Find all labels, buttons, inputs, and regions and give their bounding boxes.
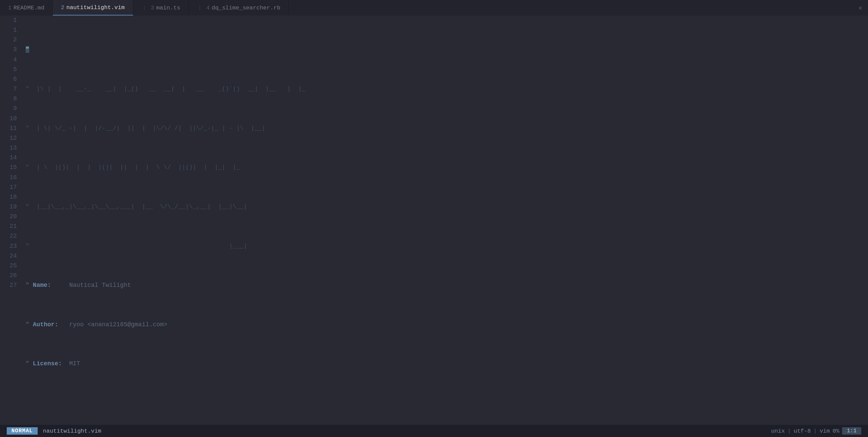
ln-1b: 1 bbox=[4, 25, 17, 35]
ln-13: 13 bbox=[4, 143, 17, 153]
status-percent: 0% bbox=[833, 428, 839, 434]
status-sep-1: | bbox=[787, 428, 791, 434]
ln-23: 23 bbox=[4, 241, 17, 251]
status-right: unix | utf-8 | vim 0% 1:1 bbox=[771, 427, 861, 435]
code-line-7: " Author: ryoo <anana12185@gmail.com> bbox=[26, 320, 868, 329]
code-line-5: " |___| bbox=[26, 241, 868, 251]
ln-6: 6 bbox=[4, 75, 17, 84]
ln-7: 7 bbox=[4, 84, 17, 94]
ln-15: 15 bbox=[4, 163, 17, 172]
tab-1-label: README.md bbox=[13, 5, 44, 11]
status-filetype: vim bbox=[819, 428, 830, 434]
ln-10: 10 bbox=[4, 114, 17, 123]
status-format: unix bbox=[771, 428, 785, 434]
code-line-1: " |\ | | __-_ __| |_() __ __| | __ _()`(… bbox=[26, 84, 868, 94]
tab-bar: 1 README.md 2 nautitwilight.vim | 3 main… bbox=[0, 0, 868, 16]
tab-1-number: 1 bbox=[8, 5, 11, 11]
tab-4-number: 4 bbox=[203, 5, 210, 11]
status-position: 1:1 bbox=[842, 427, 861, 435]
ln-25: 25 bbox=[4, 261, 17, 271]
code-line-4: " |__|\__,_|\__,_|\__\__,___| |__ \/\_/_… bbox=[26, 202, 868, 212]
status-left: NORMAL nautitwilight.vim bbox=[7, 427, 101, 435]
tab-2-number: 2 bbox=[61, 4, 64, 11]
ln-2: 2 bbox=[4, 35, 17, 45]
code-line-3: " | \ |()| | | |()| || | | \ \/ ||()| | … bbox=[26, 163, 868, 172]
ln-9: 9 bbox=[4, 104, 17, 113]
ln-12: 12 bbox=[4, 133, 17, 143]
code-line-8: " License: MIT bbox=[26, 359, 868, 369]
tab-3-number: 3 bbox=[147, 5, 154, 11]
ln-27: 27 bbox=[4, 281, 17, 290]
tab-dqslime[interactable]: | 4 dq_slime_searcher.rb bbox=[189, 0, 289, 16]
mode-badge: NORMAL bbox=[7, 427, 38, 435]
ln-8: 8 bbox=[4, 94, 17, 104]
status-bar: NORMAL nautitwilight.vim unix | utf-8 | … bbox=[0, 425, 868, 437]
ln-1: 1 bbox=[4, 16, 17, 25]
code-line-6: " Name: Nautical Twilight bbox=[26, 281, 868, 290]
tab-nautitwilight[interactable]: 2 nautitwilight.vim bbox=[53, 0, 133, 16]
tab-3-label: main.ts bbox=[156, 5, 180, 11]
ln-26: 26 bbox=[4, 271, 17, 281]
tab-main[interactable]: | 3 main.ts bbox=[133, 0, 189, 16]
ln-5: 5 bbox=[4, 65, 17, 75]
ln-20: 20 bbox=[4, 212, 17, 222]
tab-sep-1: | bbox=[141, 5, 147, 11]
ln-19: 19 bbox=[4, 202, 17, 212]
status-sep-2: | bbox=[813, 428, 817, 434]
tab-4-label: dq_slime_searcher.rb bbox=[212, 5, 280, 11]
ln-4: 4 bbox=[4, 55, 17, 65]
ln-11: 11 bbox=[4, 123, 17, 133]
line-numbers: 1 1 2 3 4 5 6 7 8 9 10 11 12 13 14 15 16… bbox=[0, 16, 23, 425]
tab-sep-2: | bbox=[197, 5, 203, 11]
code-line-9 bbox=[26, 398, 868, 408]
ln-18: 18 bbox=[4, 192, 17, 202]
ln-22: 22 bbox=[4, 231, 17, 241]
close-button[interactable]: ✕ bbox=[852, 0, 868, 16]
status-encoding: utf-8 bbox=[794, 428, 811, 434]
code-line-2: " | \| \/_ -| | |/-__/| || | |\/\/ /| ||… bbox=[26, 123, 868, 133]
code-line-cursor: " bbox=[26, 45, 868, 55]
ln-3: 3 bbox=[4, 45, 17, 55]
ln-24: 24 bbox=[4, 251, 17, 261]
tab-readme[interactable]: 1 README.md bbox=[0, 0, 53, 16]
status-filename: nautitwilight.vim bbox=[43, 428, 101, 434]
ln-17: 17 bbox=[4, 182, 17, 192]
ln-16: 16 bbox=[4, 173, 17, 182]
editor-area: 1 1 2 3 4 5 6 7 8 9 10 11 12 13 14 15 16… bbox=[0, 16, 868, 425]
ln-14: 14 bbox=[4, 153, 17, 163]
ln-21: 21 bbox=[4, 222, 17, 231]
tab-2-label: nautitwilight.vim bbox=[66, 4, 124, 11]
code-content[interactable]: " " |\ | | __-_ __| |_() __ __| | __ _()… bbox=[23, 16, 868, 425]
